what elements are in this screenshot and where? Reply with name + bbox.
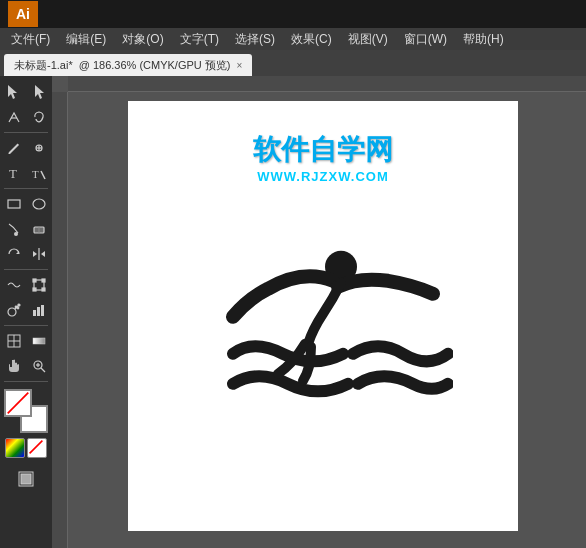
svg-point-27 — [15, 306, 17, 308]
tool-row-warp — [2, 273, 51, 297]
svg-rect-21 — [42, 279, 45, 282]
menu-bar: 文件(F) 编辑(E) 对象(O) 文字(T) 选择(S) 效果(C) 视图(V… — [0, 28, 586, 50]
tool-divider-4 — [4, 325, 48, 326]
color-mode-row — [5, 438, 47, 458]
tool-row-type: T T — [2, 161, 51, 185]
tool-row-symbol — [2, 298, 51, 322]
watermark: 软件自学网 WWW.RJZXW.COM — [253, 131, 393, 184]
tool-divider-1 — [4, 132, 48, 133]
pencil-tool[interactable] — [2, 136, 26, 160]
tool-row-pencil — [2, 136, 51, 160]
menu-select[interactable]: 选择(S) — [228, 29, 282, 50]
tool-divider-2 — [4, 188, 48, 189]
svg-marker-18 — [41, 251, 45, 257]
svg-point-26 — [17, 307, 19, 309]
svg-point-11 — [33, 199, 45, 209]
menu-text[interactable]: 文字(T) — [173, 29, 226, 50]
color-mode-none[interactable] — [27, 438, 47, 458]
svg-point-12 — [14, 232, 18, 236]
svg-marker-0 — [8, 85, 17, 99]
foreground-color-swatch[interactable] — [4, 389, 32, 417]
tab-info: @ 186.36% (CMYK/GPU 预览) — [79, 58, 231, 73]
lasso-tool[interactable] — [27, 105, 51, 129]
tool-row-gradient — [2, 329, 51, 353]
zoom-tool[interactable] — [27, 354, 51, 378]
tool-divider-5 — [4, 381, 48, 382]
tool-row-hand — [2, 354, 51, 378]
title-bar: Ai — [0, 0, 586, 28]
menu-help[interactable]: 帮助(H) — [456, 29, 511, 50]
svg-line-39 — [8, 393, 29, 414]
reflect-tool[interactable] — [27, 242, 51, 266]
tool-row-selection — [2, 80, 51, 104]
watermark-title: 软件自学网 — [253, 131, 393, 169]
menu-view[interactable]: 视图(V) — [341, 29, 395, 50]
tool-row-pen — [2, 105, 51, 129]
svg-point-24 — [8, 308, 16, 316]
tool-row-brush — [2, 217, 51, 241]
document-tab[interactable]: 未标题-1.ai* @ 186.36% (CMYK/GPU 预览) × — [4, 54, 252, 76]
svg-rect-42 — [21, 474, 31, 484]
svg-marker-1 — [35, 85, 44, 99]
menu-object[interactable]: 对象(O) — [115, 29, 170, 50]
menu-file[interactable]: 文件(F) — [4, 29, 57, 50]
svg-marker-17 — [33, 251, 37, 257]
menu-window[interactable]: 窗口(W) — [397, 29, 454, 50]
column-graph-tool[interactable] — [27, 298, 51, 322]
ai-logo: Ai — [8, 1, 38, 27]
tab-label: 未标题-1.ai* — [14, 58, 73, 73]
eraser-tool[interactable] — [27, 217, 51, 241]
touch-type-tool[interactable]: T — [27, 161, 51, 185]
free-transform-tool[interactable] — [27, 273, 51, 297]
ellipse-tool[interactable] — [27, 192, 51, 216]
direct-selection-tool[interactable] — [27, 80, 51, 104]
swim-figure — [193, 239, 453, 432]
ruler-vertical — [52, 92, 68, 548]
canvas-area: 软件自学网 WWW.RJZXW.COM — [52, 76, 586, 548]
watermark-url: WWW.RJZXW.COM — [253, 169, 393, 184]
svg-line-9 — [41, 171, 45, 179]
svg-text:T: T — [9, 166, 17, 181]
svg-rect-34 — [33, 338, 45, 344]
svg-point-25 — [18, 304, 20, 306]
symbol-sprayer-tool[interactable] — [2, 298, 26, 322]
warp-tool[interactable] — [2, 273, 26, 297]
main-area: T T — [0, 76, 586, 548]
color-area — [4, 389, 48, 433]
svg-rect-20 — [33, 279, 36, 282]
selection-tool[interactable] — [2, 80, 26, 104]
mesh-tool[interactable] — [2, 329, 26, 353]
add-anchor-tool[interactable] — [27, 136, 51, 160]
svg-line-36 — [41, 368, 45, 372]
svg-text:T: T — [32, 168, 39, 180]
tool-row-rotate — [2, 242, 51, 266]
pen-tool[interactable] — [2, 105, 26, 129]
artboard: 软件自学网 WWW.RJZXW.COM — [128, 101, 518, 531]
tab-close-button[interactable]: × — [236, 60, 242, 71]
type-tool[interactable]: T — [2, 161, 26, 185]
svg-rect-29 — [37, 307, 40, 316]
screen-mode-area — [14, 467, 38, 491]
tool-divider-3 — [4, 269, 48, 270]
ruler-horizontal — [68, 76, 586, 92]
hand-tool[interactable] — [2, 354, 26, 378]
rotate-tool[interactable] — [2, 242, 26, 266]
color-mode-color[interactable] — [5, 438, 25, 458]
svg-rect-28 — [33, 310, 36, 316]
tab-bar: 未标题-1.ai* @ 186.36% (CMYK/GPU 预览) × — [0, 50, 586, 76]
screen-mode-button[interactable] — [14, 467, 38, 491]
svg-line-40 — [30, 441, 43, 454]
toolbar: T T — [0, 76, 52, 548]
svg-rect-10 — [8, 200, 20, 208]
svg-rect-30 — [41, 305, 44, 316]
tool-row-shape — [2, 192, 51, 216]
gradient-tool[interactable] — [27, 329, 51, 353]
menu-edit[interactable]: 编辑(E) — [59, 29, 113, 50]
svg-rect-23 — [42, 288, 45, 291]
menu-effect[interactable]: 效果(C) — [284, 29, 339, 50]
svg-rect-22 — [33, 288, 36, 291]
paintbrush-tool[interactable] — [2, 217, 26, 241]
rectangle-tool[interactable] — [2, 192, 26, 216]
